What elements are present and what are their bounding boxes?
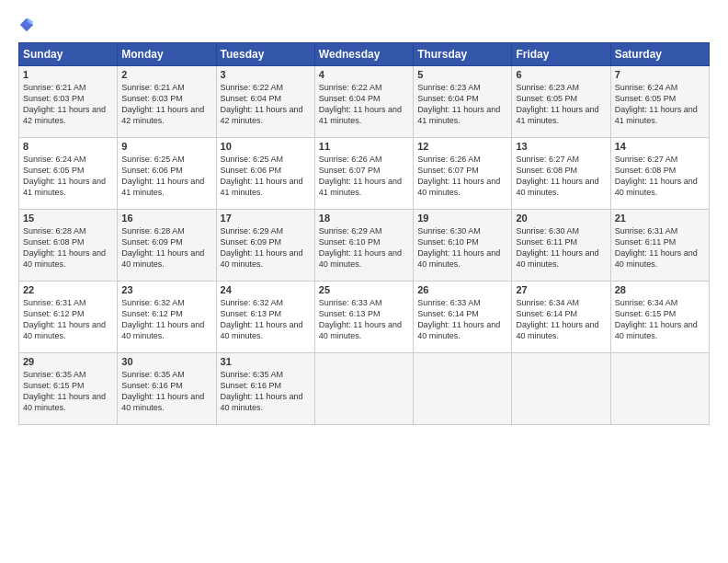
cell-info: Sunrise: 6:21 AMSunset: 6:03 PMDaylight:… [23,82,113,127]
day-number: 12 [417,141,507,152]
cell-info: Sunrise: 6:28 AMSunset: 6:09 PMDaylight:… [121,225,211,270]
calendar-cell: 17Sunrise: 6:29 AMSunset: 6:09 PMDayligh… [216,210,314,282]
cell-info: Sunrise: 6:35 AMSunset: 6:15 PMDaylight:… [23,369,113,414]
calendar-cell: 14Sunrise: 6:27 AMSunset: 6:08 PMDayligh… [610,138,709,210]
cell-info: Sunrise: 6:33 AMSunset: 6:13 PMDaylight:… [319,297,409,342]
calendar-cell: 16Sunrise: 6:28 AMSunset: 6:09 PMDayligh… [118,210,216,282]
cell-info: Sunrise: 6:27 AMSunset: 6:08 PMDaylight:… [615,154,705,199]
cell-info: Sunrise: 6:29 AMSunset: 6:10 PMDaylight:… [319,225,409,270]
day-number: 16 [121,213,211,224]
cell-info: Sunrise: 6:25 AMSunset: 6:06 PMDaylight:… [121,154,211,199]
calendar-cell: 11Sunrise: 6:26 AMSunset: 6:07 PMDayligh… [314,138,413,210]
calendar-cell: 28Sunrise: 6:34 AMSunset: 6:15 PMDayligh… [610,282,709,353]
cell-info: Sunrise: 6:24 AMSunset: 6:05 PMDaylight:… [23,154,113,199]
day-number: 22 [23,284,113,295]
calendar-cell: 13Sunrise: 6:27 AMSunset: 6:08 PMDayligh… [512,138,610,210]
calendar-cell [610,353,709,425]
calendar-header-tuesday: Tuesday [216,43,314,66]
calendar-week-row: 29Sunrise: 6:35 AMSunset: 6:15 PMDayligh… [19,353,710,425]
calendar-cell: 12Sunrise: 6:26 AMSunset: 6:07 PMDayligh… [414,138,512,210]
calendar-header-friday: Friday [512,43,610,66]
day-number: 8 [23,141,113,152]
day-number: 31 [221,356,311,367]
day-number: 4 [319,69,409,80]
cell-info: Sunrise: 6:35 AMSunset: 6:16 PMDaylight:… [121,369,211,414]
day-number: 26 [417,284,507,295]
calendar-cell: 6Sunrise: 6:23 AMSunset: 6:05 PMDaylight… [512,66,610,138]
calendar-cell: 24Sunrise: 6:32 AMSunset: 6:13 PMDayligh… [216,282,314,353]
day-number: 17 [221,213,311,224]
calendar-week-row: 1Sunrise: 6:21 AMSunset: 6:03 PMDaylight… [19,66,710,138]
cell-info: Sunrise: 6:28 AMSunset: 6:08 PMDaylight:… [23,225,113,270]
cell-info: Sunrise: 6:34 AMSunset: 6:15 PMDaylight:… [615,297,705,342]
calendar-week-row: 22Sunrise: 6:31 AMSunset: 6:12 PMDayligh… [19,282,710,353]
calendar-cell [314,353,413,425]
day-number: 25 [319,284,409,295]
cell-info: Sunrise: 6:21 AMSunset: 6:03 PMDaylight:… [121,82,211,127]
day-number: 29 [23,356,113,367]
day-number: 18 [319,213,409,224]
calendar-cell: 5Sunrise: 6:23 AMSunset: 6:04 PMDaylight… [414,66,512,138]
calendar-cell: 2Sunrise: 6:21 AMSunset: 6:03 PMDaylight… [118,66,216,138]
calendar-cell: 29Sunrise: 6:35 AMSunset: 6:15 PMDayligh… [19,353,118,425]
calendar-cell: 20Sunrise: 6:30 AMSunset: 6:11 PMDayligh… [512,210,610,282]
calendar-cell: 19Sunrise: 6:30 AMSunset: 6:10 PMDayligh… [414,210,512,282]
cell-info: Sunrise: 6:34 AMSunset: 6:14 PMDaylight:… [516,297,606,342]
calendar-cell: 15Sunrise: 6:28 AMSunset: 6:08 PMDayligh… [19,210,118,282]
day-number: 13 [516,141,606,152]
calendar-cell: 27Sunrise: 6:34 AMSunset: 6:14 PMDayligh… [512,282,610,353]
calendar-header-wednesday: Wednesday [314,43,413,66]
calendar-cell: 4Sunrise: 6:22 AMSunset: 6:04 PMDaylight… [314,66,413,138]
cell-info: Sunrise: 6:26 AMSunset: 6:07 PMDaylight:… [319,154,409,199]
day-number: 21 [615,213,705,224]
day-number: 20 [516,213,606,224]
logo-icon [18,17,35,33]
calendar-header-monday: Monday [118,43,216,66]
logo [18,17,39,33]
cell-info: Sunrise: 6:35 AMSunset: 6:16 PMDaylight:… [221,369,311,414]
calendar-cell: 1Sunrise: 6:21 AMSunset: 6:03 PMDaylight… [19,66,118,138]
day-number: 11 [319,141,409,152]
day-number: 14 [615,141,705,152]
calendar-header-saturday: Saturday [610,43,709,66]
cell-info: Sunrise: 6:30 AMSunset: 6:11 PMDaylight:… [516,225,606,270]
day-number: 15 [23,213,113,224]
cell-info: Sunrise: 6:24 AMSunset: 6:05 PMDaylight:… [615,82,705,127]
cell-info: Sunrise: 6:29 AMSunset: 6:09 PMDaylight:… [221,225,311,270]
day-number: 23 [121,284,211,295]
calendar-cell: 30Sunrise: 6:35 AMSunset: 6:16 PMDayligh… [118,353,216,425]
calendar-cell [414,353,512,425]
calendar-cell [512,353,610,425]
cell-info: Sunrise: 6:27 AMSunset: 6:08 PMDaylight:… [516,154,606,199]
calendar-cell: 21Sunrise: 6:31 AMSunset: 6:11 PMDayligh… [610,210,709,282]
calendar-week-row: 8Sunrise: 6:24 AMSunset: 6:05 PMDaylight… [19,138,710,210]
calendar-header-sunday: Sunday [19,43,118,66]
calendar-cell: 26Sunrise: 6:33 AMSunset: 6:14 PMDayligh… [414,282,512,353]
header [18,17,710,33]
calendar-cell: 25Sunrise: 6:33 AMSunset: 6:13 PMDayligh… [314,282,413,353]
day-number: 1 [23,69,113,80]
cell-info: Sunrise: 6:30 AMSunset: 6:10 PMDaylight:… [417,225,507,270]
calendar-header-thursday: Thursday [414,43,512,66]
day-number: 7 [615,69,705,80]
day-number: 28 [615,284,705,295]
calendar-cell: 7Sunrise: 6:24 AMSunset: 6:05 PMDaylight… [610,66,709,138]
page: SundayMondayTuesdayWednesdayThursdayFrid… [0,0,728,563]
day-number: 10 [221,141,311,152]
cell-info: Sunrise: 6:23 AMSunset: 6:04 PMDaylight:… [417,82,507,127]
day-number: 6 [516,69,606,80]
day-number: 24 [221,284,311,295]
day-number: 9 [121,141,211,152]
calendar-cell: 31Sunrise: 6:35 AMSunset: 6:16 PMDayligh… [216,353,314,425]
calendar-cell: 10Sunrise: 6:25 AMSunset: 6:06 PMDayligh… [216,138,314,210]
calendar-cell: 23Sunrise: 6:32 AMSunset: 6:12 PMDayligh… [118,282,216,353]
calendar-cell: 18Sunrise: 6:29 AMSunset: 6:10 PMDayligh… [314,210,413,282]
cell-info: Sunrise: 6:22 AMSunset: 6:04 PMDaylight:… [319,82,409,127]
cell-info: Sunrise: 6:31 AMSunset: 6:11 PMDaylight:… [615,225,705,270]
cell-info: Sunrise: 6:33 AMSunset: 6:14 PMDaylight:… [417,297,507,342]
day-number: 5 [417,69,507,80]
calendar-header-row: SundayMondayTuesdayWednesdayThursdayFrid… [19,43,710,66]
day-number: 30 [121,356,211,367]
day-number: 2 [121,69,211,80]
calendar-table: SundayMondayTuesdayWednesdayThursdayFrid… [18,42,710,425]
